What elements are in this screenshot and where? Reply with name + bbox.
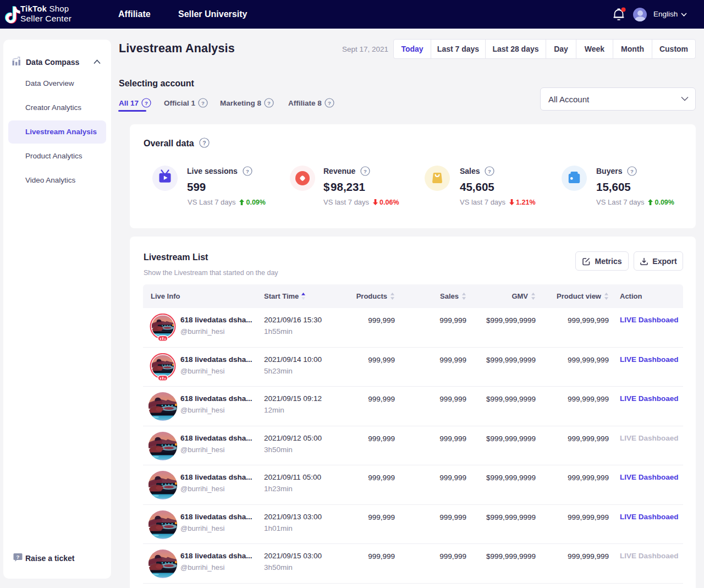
svg-text:?: ? [488,168,492,174]
svg-text:?: ? [267,100,271,106]
svg-text:?: ? [16,554,20,560]
svg-text:?: ? [202,140,206,146]
svg-text:?: ? [246,168,249,174]
svg-text:?: ? [145,100,148,106]
svg-text:?: ? [630,168,634,174]
svg-text:?: ? [364,168,367,174]
svg-text:?: ? [201,100,205,106]
svg-text:?: ? [328,100,331,106]
